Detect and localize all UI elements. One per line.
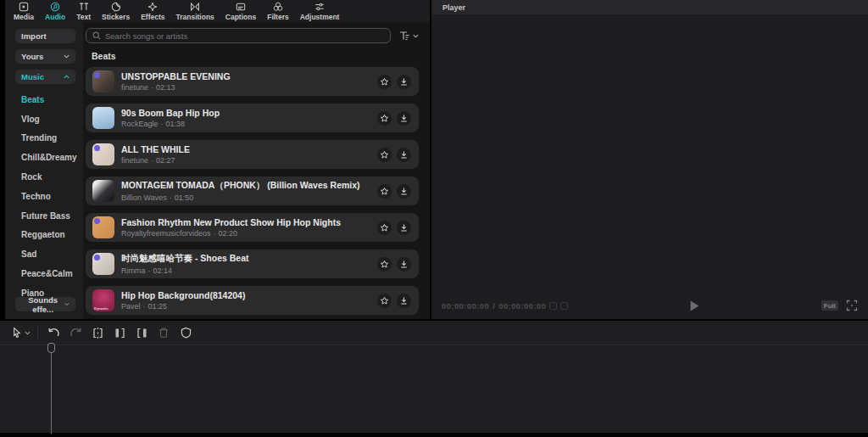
delete-left-button[interactable] <box>108 323 131 342</box>
favorite-button[interactable] <box>377 221 392 235</box>
tab-text[interactable]: Text <box>75 1 92 22</box>
song-row[interactable]: Dynamic Hip Hop Background(814204) Pavel… <box>86 286 419 315</box>
undo-button[interactable] <box>42 323 64 342</box>
playhead-handle[interactable] <box>47 343 55 353</box>
filter-button[interactable] <box>399 31 419 41</box>
sidebar-item-peace-calm[interactable]: Peace&Calm <box>21 264 83 283</box>
search-input[interactable] <box>105 31 384 41</box>
section-title: Beats <box>92 51 419 61</box>
shield-icon <box>181 327 192 339</box>
sounds-effects-label: Sounds effe... <box>21 295 64 314</box>
toolbar-divider <box>37 327 38 339</box>
song-meta: Pavel·01:25 <box>121 302 370 311</box>
song-row[interactable]: 时尚魅感嘻哈节奏 - Shoes Beat Rimma·02:14 <box>86 249 419 278</box>
chevron-up-icon <box>64 75 70 79</box>
split-button[interactable] <box>86 323 108 342</box>
song-row[interactable]: UNSTOPPABLE EVENING finetune·02:13 <box>86 67 419 96</box>
sidebar-item-rock[interactable]: Rock <box>21 167 83 187</box>
filter-sort-icon <box>399 31 410 41</box>
sidebar-item-chill-dreamy[interactable]: Chill&Dreamy <box>21 148 83 167</box>
time-separator: / <box>492 301 495 311</box>
frame-icon[interactable] <box>560 302 568 310</box>
song-title: UNSTOPPABLE EVENING <box>121 71 370 81</box>
yours-dropdown[interactable]: Yours <box>15 49 75 64</box>
split-icon <box>92 327 104 339</box>
sidebar-item-vlog[interactable]: Vlog <box>21 109 83 129</box>
star-icon <box>380 296 389 305</box>
music-dropdown[interactable]: Music <box>15 70 75 84</box>
tab-adjustment[interactable]: Adjustment <box>298 1 342 22</box>
tab-media[interactable]: Media <box>12 1 36 22</box>
download-icon <box>399 187 409 196</box>
chevron-down-icon <box>64 302 70 306</box>
favorite-button[interactable] <box>377 184 392 199</box>
media-icon <box>19 2 29 12</box>
delete-right-button[interactable] <box>131 323 153 342</box>
timeline-toolbar <box>0 321 868 345</box>
sidebar-item-sad[interactable]: Sad <box>21 244 83 264</box>
player-controls: 00:00:00:00 / 00:00:00:00 Full <box>431 297 868 319</box>
audio-icon <box>50 2 60 12</box>
frame-icon[interactable] <box>549 302 557 310</box>
tab-label: Adjustment <box>300 13 340 21</box>
favorite-button[interactable] <box>377 294 392 308</box>
shield-button[interactable] <box>175 323 197 342</box>
fullscreen-icon[interactable] <box>846 300 858 311</box>
playhead[interactable] <box>47 343 56 434</box>
favorite-button[interactable] <box>377 257 392 272</box>
play-button[interactable] <box>690 300 699 311</box>
provider-badge <box>94 145 100 151</box>
tab-label: Filters <box>267 13 289 21</box>
download-button[interactable] <box>397 184 411 199</box>
full-quality-button[interactable]: Full <box>821 300 838 311</box>
sidebar-item-reggaeton[interactable]: Reggaeton <box>21 226 83 245</box>
sidebar-item-techno[interactable]: Techno <box>21 187 83 206</box>
download-button[interactable] <box>397 75 411 89</box>
time-total: 00:00:00:00 <box>498 301 546 311</box>
chevron-down-icon <box>64 54 70 59</box>
redo-button[interactable] <box>64 323 86 342</box>
star-icon <box>380 223 389 233</box>
sidebar-item-beats[interactable]: Beats <box>21 90 83 109</box>
download-button[interactable] <box>397 221 411 235</box>
song-row[interactable]: 90s Boom Bap Hip Hop RockEagle·01:38 <box>86 104 419 132</box>
delete-button[interactable] <box>153 323 175 342</box>
provider-badge <box>94 255 100 261</box>
undo-icon <box>47 327 60 339</box>
song-title: Hip Hop Background(814204) <box>121 290 370 300</box>
download-button[interactable] <box>397 148 411 162</box>
tab-filters[interactable]: Filters <box>265 1 291 22</box>
song-thumbnail <box>92 107 114 129</box>
redo-icon <box>70 327 82 339</box>
song-thumbnail <box>92 216 114 238</box>
sidebar-item-trending[interactable]: Trending <box>21 129 83 148</box>
song-meta: RockEagle·01:38 <box>121 120 370 128</box>
import-button[interactable]: Import <box>15 29 75 43</box>
trash-icon <box>158 327 170 339</box>
select-tool-dropdown[interactable] <box>8 323 33 342</box>
provider-badge <box>94 72 100 78</box>
sounds-effects-dropdown[interactable]: Sounds effe... <box>15 297 75 311</box>
download-button[interactable] <box>397 294 411 308</box>
tab-effects[interactable]: Effects <box>139 1 166 22</box>
download-button[interactable] <box>397 111 411 126</box>
song-row[interactable]: Fashion Rhythm New Product Show Hip Hop … <box>86 213 419 242</box>
tab-audio[interactable]: Audio <box>43 1 67 22</box>
song-row[interactable]: ALL THE WHILE finetune·02:27 <box>86 140 419 169</box>
tab-captions[interactable]: Captions <box>224 1 258 22</box>
tab-stickers[interactable]: Stickers <box>100 1 131 22</box>
song-thumbnail <box>92 253 114 275</box>
favorite-button[interactable] <box>377 148 392 162</box>
sidebar-item-future-bass[interactable]: Future Bass <box>21 206 83 226</box>
time-current: 00:00:00:00 <box>442 301 489 311</box>
favorite-button[interactable] <box>377 75 392 89</box>
download-button[interactable] <box>397 257 411 272</box>
music-label: Music <box>21 72 44 81</box>
song-meta: Rimma·02:14 <box>121 266 370 275</box>
favorite-button[interactable] <box>377 111 392 126</box>
download-icon <box>399 150 409 160</box>
star-icon <box>380 150 389 160</box>
effects-icon <box>147 2 158 12</box>
song-row[interactable]: MONTAGEM TOMADA（PHONK） (Billion Waves Re… <box>86 176 419 205</box>
tab-transitions[interactable]: Transitions <box>174 1 215 22</box>
